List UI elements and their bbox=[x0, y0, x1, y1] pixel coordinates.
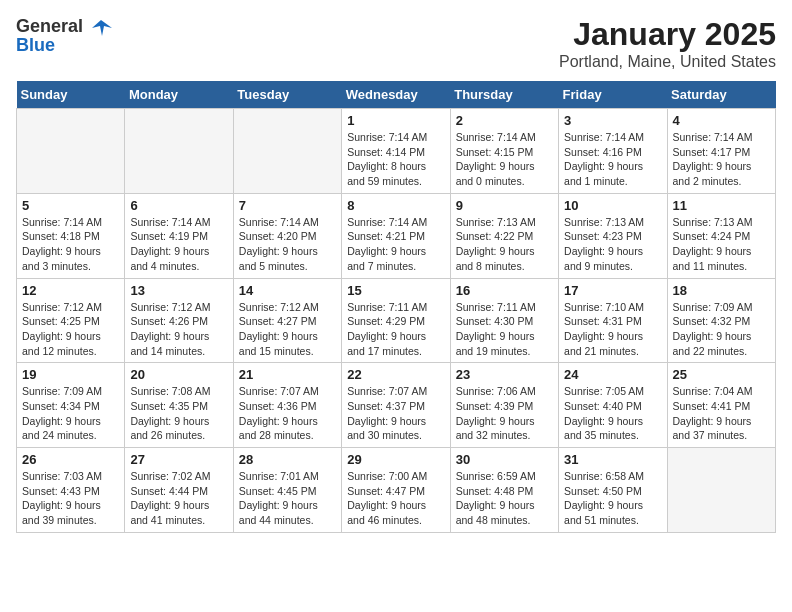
day-info: Sunrise: 7:14 AM Sunset: 4:20 PM Dayligh… bbox=[239, 215, 336, 274]
day-info: Sunrise: 7:08 AM Sunset: 4:35 PM Dayligh… bbox=[130, 384, 227, 443]
calendar-cell: 21Sunrise: 7:07 AM Sunset: 4:36 PM Dayli… bbox=[233, 363, 341, 448]
weekday-header-friday: Friday bbox=[559, 81, 667, 109]
day-number: 4 bbox=[673, 113, 770, 128]
calendar-cell: 31Sunrise: 6:58 AM Sunset: 4:50 PM Dayli… bbox=[559, 448, 667, 533]
week-row-2: 5Sunrise: 7:14 AM Sunset: 4:18 PM Daylig… bbox=[17, 193, 776, 278]
calendar-cell: 19Sunrise: 7:09 AM Sunset: 4:34 PM Dayli… bbox=[17, 363, 125, 448]
calendar-cell: 4Sunrise: 7:14 AM Sunset: 4:17 PM Daylig… bbox=[667, 109, 775, 194]
calendar-cell bbox=[667, 448, 775, 533]
weekday-header-row: SundayMondayTuesdayWednesdayThursdayFrid… bbox=[17, 81, 776, 109]
day-number: 20 bbox=[130, 367, 227, 382]
day-info: Sunrise: 7:12 AM Sunset: 4:27 PM Dayligh… bbox=[239, 300, 336, 359]
logo: General Blue bbox=[16, 16, 112, 56]
calendar-cell: 3Sunrise: 7:14 AM Sunset: 4:16 PM Daylig… bbox=[559, 109, 667, 194]
day-number: 18 bbox=[673, 283, 770, 298]
day-info: Sunrise: 7:04 AM Sunset: 4:41 PM Dayligh… bbox=[673, 384, 770, 443]
day-number: 23 bbox=[456, 367, 553, 382]
day-number: 9 bbox=[456, 198, 553, 213]
calendar-cell: 16Sunrise: 7:11 AM Sunset: 4:30 PM Dayli… bbox=[450, 278, 558, 363]
day-number: 29 bbox=[347, 452, 444, 467]
calendar-cell: 11Sunrise: 7:13 AM Sunset: 4:24 PM Dayli… bbox=[667, 193, 775, 278]
calendar-cell: 6Sunrise: 7:14 AM Sunset: 4:19 PM Daylig… bbox=[125, 193, 233, 278]
day-number: 10 bbox=[564, 198, 661, 213]
calendar-cell: 8Sunrise: 7:14 AM Sunset: 4:21 PM Daylig… bbox=[342, 193, 450, 278]
day-info: Sunrise: 7:11 AM Sunset: 4:29 PM Dayligh… bbox=[347, 300, 444, 359]
day-info: Sunrise: 7:11 AM Sunset: 4:30 PM Dayligh… bbox=[456, 300, 553, 359]
day-info: Sunrise: 7:13 AM Sunset: 4:22 PM Dayligh… bbox=[456, 215, 553, 274]
day-info: Sunrise: 6:58 AM Sunset: 4:50 PM Dayligh… bbox=[564, 469, 661, 528]
day-info: Sunrise: 7:09 AM Sunset: 4:32 PM Dayligh… bbox=[673, 300, 770, 359]
calendar-cell: 12Sunrise: 7:12 AM Sunset: 4:25 PM Dayli… bbox=[17, 278, 125, 363]
calendar-cell: 28Sunrise: 7:01 AM Sunset: 4:45 PM Dayli… bbox=[233, 448, 341, 533]
day-number: 28 bbox=[239, 452, 336, 467]
day-info: Sunrise: 7:07 AM Sunset: 4:37 PM Dayligh… bbox=[347, 384, 444, 443]
day-number: 25 bbox=[673, 367, 770, 382]
weekday-header-tuesday: Tuesday bbox=[233, 81, 341, 109]
day-number: 11 bbox=[673, 198, 770, 213]
day-number: 22 bbox=[347, 367, 444, 382]
calendar-cell bbox=[17, 109, 125, 194]
day-info: Sunrise: 7:14 AM Sunset: 4:19 PM Dayligh… bbox=[130, 215, 227, 274]
week-row-1: 1Sunrise: 7:14 AM Sunset: 4:14 PM Daylig… bbox=[17, 109, 776, 194]
day-number: 6 bbox=[130, 198, 227, 213]
logo-blue: Blue bbox=[16, 35, 112, 56]
day-info: Sunrise: 7:09 AM Sunset: 4:34 PM Dayligh… bbox=[22, 384, 119, 443]
day-number: 16 bbox=[456, 283, 553, 298]
day-number: 17 bbox=[564, 283, 661, 298]
calendar-cell: 2Sunrise: 7:14 AM Sunset: 4:15 PM Daylig… bbox=[450, 109, 558, 194]
day-number: 8 bbox=[347, 198, 444, 213]
day-number: 15 bbox=[347, 283, 444, 298]
weekday-header-sunday: Sunday bbox=[17, 81, 125, 109]
calendar-cell: 25Sunrise: 7:04 AM Sunset: 4:41 PM Dayli… bbox=[667, 363, 775, 448]
weekday-header-monday: Monday bbox=[125, 81, 233, 109]
day-info: Sunrise: 7:07 AM Sunset: 4:36 PM Dayligh… bbox=[239, 384, 336, 443]
day-info: Sunrise: 7:14 AM Sunset: 4:14 PM Dayligh… bbox=[347, 130, 444, 189]
day-number: 27 bbox=[130, 452, 227, 467]
calendar-cell: 24Sunrise: 7:05 AM Sunset: 4:40 PM Dayli… bbox=[559, 363, 667, 448]
day-info: Sunrise: 7:03 AM Sunset: 4:43 PM Dayligh… bbox=[22, 469, 119, 528]
day-number: 19 bbox=[22, 367, 119, 382]
day-info: Sunrise: 7:06 AM Sunset: 4:39 PM Dayligh… bbox=[456, 384, 553, 443]
calendar-table: SundayMondayTuesdayWednesdayThursdayFrid… bbox=[16, 81, 776, 533]
day-number: 21 bbox=[239, 367, 336, 382]
svg-marker-0 bbox=[92, 20, 112, 36]
calendar-cell: 7Sunrise: 7:14 AM Sunset: 4:20 PM Daylig… bbox=[233, 193, 341, 278]
calendar-cell: 23Sunrise: 7:06 AM Sunset: 4:39 PM Dayli… bbox=[450, 363, 558, 448]
calendar-cell: 5Sunrise: 7:14 AM Sunset: 4:18 PM Daylig… bbox=[17, 193, 125, 278]
day-info: Sunrise: 7:14 AM Sunset: 4:21 PM Dayligh… bbox=[347, 215, 444, 274]
calendar-body: 1Sunrise: 7:14 AM Sunset: 4:14 PM Daylig… bbox=[17, 109, 776, 533]
calendar-cell: 20Sunrise: 7:08 AM Sunset: 4:35 PM Dayli… bbox=[125, 363, 233, 448]
day-number: 1 bbox=[347, 113, 444, 128]
calendar-cell: 13Sunrise: 7:12 AM Sunset: 4:26 PM Dayli… bbox=[125, 278, 233, 363]
day-info: Sunrise: 7:12 AM Sunset: 4:25 PM Dayligh… bbox=[22, 300, 119, 359]
day-number: 14 bbox=[239, 283, 336, 298]
weekday-header-thursday: Thursday bbox=[450, 81, 558, 109]
day-info: Sunrise: 7:05 AM Sunset: 4:40 PM Dayligh… bbox=[564, 384, 661, 443]
calendar-cell: 27Sunrise: 7:02 AM Sunset: 4:44 PM Dayli… bbox=[125, 448, 233, 533]
day-info: Sunrise: 7:14 AM Sunset: 4:18 PM Dayligh… bbox=[22, 215, 119, 274]
day-number: 5 bbox=[22, 198, 119, 213]
day-info: Sunrise: 7:02 AM Sunset: 4:44 PM Dayligh… bbox=[130, 469, 227, 528]
day-info: Sunrise: 7:14 AM Sunset: 4:16 PM Dayligh… bbox=[564, 130, 661, 189]
day-info: Sunrise: 7:01 AM Sunset: 4:45 PM Dayligh… bbox=[239, 469, 336, 528]
day-number: 24 bbox=[564, 367, 661, 382]
calendar-cell: 14Sunrise: 7:12 AM Sunset: 4:27 PM Dayli… bbox=[233, 278, 341, 363]
calendar-title: January 2025 bbox=[559, 16, 776, 53]
day-number: 7 bbox=[239, 198, 336, 213]
day-number: 13 bbox=[130, 283, 227, 298]
day-info: Sunrise: 6:59 AM Sunset: 4:48 PM Dayligh… bbox=[456, 469, 553, 528]
day-number: 30 bbox=[456, 452, 553, 467]
weekday-header-saturday: Saturday bbox=[667, 81, 775, 109]
day-info: Sunrise: 7:12 AM Sunset: 4:26 PM Dayligh… bbox=[130, 300, 227, 359]
calendar-cell: 30Sunrise: 6:59 AM Sunset: 4:48 PM Dayli… bbox=[450, 448, 558, 533]
day-number: 3 bbox=[564, 113, 661, 128]
day-info: Sunrise: 7:14 AM Sunset: 4:15 PM Dayligh… bbox=[456, 130, 553, 189]
day-info: Sunrise: 7:00 AM Sunset: 4:47 PM Dayligh… bbox=[347, 469, 444, 528]
calendar-cell: 29Sunrise: 7:00 AM Sunset: 4:47 PM Dayli… bbox=[342, 448, 450, 533]
calendar-cell: 17Sunrise: 7:10 AM Sunset: 4:31 PM Dayli… bbox=[559, 278, 667, 363]
week-row-4: 19Sunrise: 7:09 AM Sunset: 4:34 PM Dayli… bbox=[17, 363, 776, 448]
weekday-header-wednesday: Wednesday bbox=[342, 81, 450, 109]
logo-general: General bbox=[16, 16, 83, 36]
day-number: 2 bbox=[456, 113, 553, 128]
logo-bird-icon bbox=[90, 18, 112, 36]
